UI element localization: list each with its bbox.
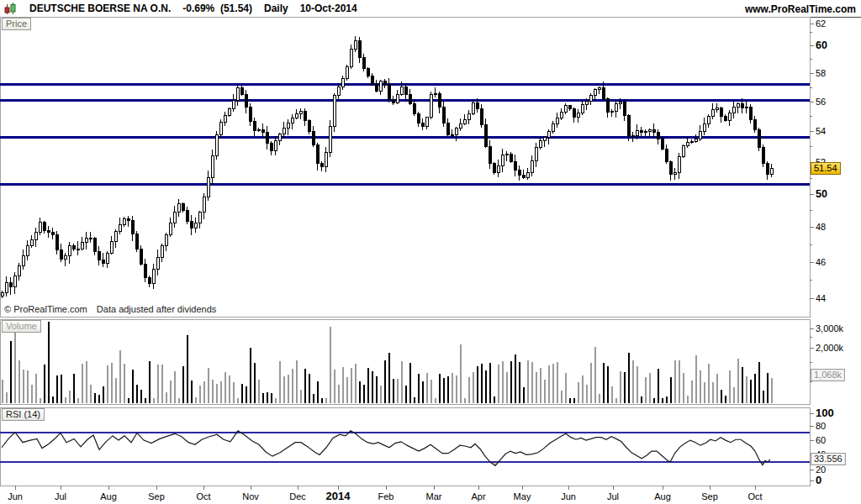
svg-text:80: 80 bbox=[816, 421, 826, 431]
svg-text:Oct: Oct bbox=[747, 491, 762, 501]
svg-text:48: 48 bbox=[816, 222, 826, 232]
svg-text:62: 62 bbox=[816, 18, 826, 29]
svg-text:Feb: Feb bbox=[378, 491, 394, 501]
svg-text:Jul: Jul bbox=[607, 491, 619, 501]
dividends-note: Data adjusted after dividends bbox=[97, 304, 216, 314]
svg-text:Sep: Sep bbox=[701, 491, 718, 501]
prorealtime-chart-window: DEUTSCHE BOERSE NA O.N. -0.69% (51.54) D… bbox=[0, 0, 861, 504]
svg-text:Jun: Jun bbox=[561, 491, 576, 501]
svg-text:3,000k: 3,000k bbox=[816, 323, 844, 333]
tab-rsi[interactable]: RSI (14) bbox=[2, 408, 45, 421]
svg-text:Oct: Oct bbox=[196, 491, 210, 501]
svg-text:Aug: Aug bbox=[654, 491, 671, 501]
svg-text:2,000k: 2,000k bbox=[816, 343, 844, 353]
volume-series[interactable] bbox=[2, 322, 773, 403]
time-axis: JunJulAugSepOctNovDec2014FebMarAprMayJun… bbox=[8, 486, 762, 502]
svg-text:Jun: Jun bbox=[8, 491, 23, 501]
svg-text:Aug: Aug bbox=[100, 491, 117, 501]
svg-text:Sep: Sep bbox=[148, 491, 165, 501]
svg-text:54: 54 bbox=[816, 126, 826, 136]
candlestick-series[interactable] bbox=[1, 36, 773, 298]
price-horizontal-lines[interactable] bbox=[0, 84, 810, 184]
last-rsi-badge: 33.556 bbox=[811, 453, 846, 465]
svg-text:0: 0 bbox=[816, 474, 821, 486]
rsi-line[interactable] bbox=[2, 431, 770, 466]
svg-text:50: 50 bbox=[816, 188, 827, 200]
tab-volume[interactable]: Volume bbox=[2, 320, 41, 333]
right-axis: 626058565452504846443,000k2,000k10080604… bbox=[810, 18, 844, 486]
svg-text:May: May bbox=[514, 491, 531, 501]
chart-canvas[interactable]: 626058565452504846443,000k2,000k10080604… bbox=[0, 0, 861, 504]
svg-text:46: 46 bbox=[816, 257, 826, 267]
svg-text:Nov: Nov bbox=[242, 491, 259, 501]
last-volume-badge: 1,068k bbox=[811, 369, 845, 381]
svg-text:Apr: Apr bbox=[471, 491, 485, 501]
svg-text:44: 44 bbox=[816, 293, 826, 303]
svg-text:Dec: Dec bbox=[289, 491, 306, 501]
svg-text:Mar: Mar bbox=[426, 491, 442, 501]
svg-text:56: 56 bbox=[816, 97, 826, 107]
svg-text:2014: 2014 bbox=[326, 490, 351, 502]
svg-text:Jul: Jul bbox=[55, 491, 66, 501]
tab-price[interactable]: Price bbox=[2, 18, 31, 30]
last-price-badge: 51.54 bbox=[811, 162, 841, 175]
rsi-band-lines[interactable] bbox=[0, 433, 810, 462]
svg-text:58: 58 bbox=[816, 68, 826, 78]
svg-text:60: 60 bbox=[816, 435, 826, 445]
svg-text:60: 60 bbox=[816, 39, 827, 51]
copyright-note: © ProRealTime.com Data adjusted after di… bbox=[4, 304, 216, 314]
svg-text:100: 100 bbox=[816, 407, 834, 419]
copyright-text: © ProRealTime.com bbox=[4, 304, 87, 314]
